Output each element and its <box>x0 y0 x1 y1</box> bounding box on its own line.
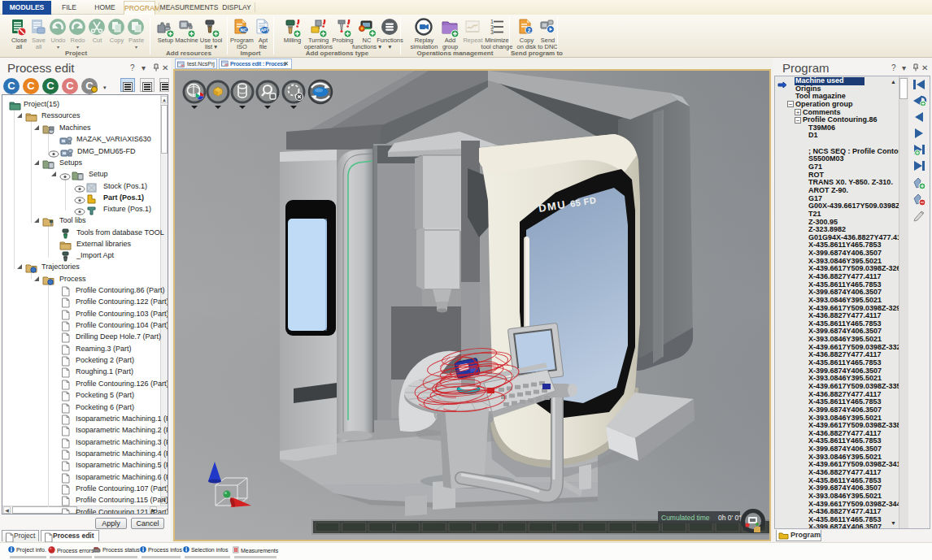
svg-text:2: 2 <box>528 28 531 33</box>
svg-text:NC: NC <box>241 28 247 33</box>
svg-text:3: 3 <box>490 29 494 35</box>
svg-text:APT: APT <box>261 28 269 33</box>
svg-text:Cumulated time: Cumulated time <box>661 514 710 522</box>
svg-text:0h 0' 0": 0h 0' 0" <box>718 514 741 522</box>
